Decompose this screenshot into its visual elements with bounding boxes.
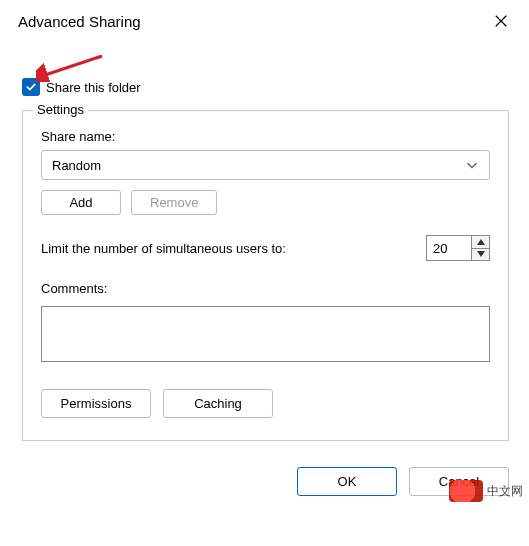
close-button[interactable]: [487, 7, 515, 35]
remove-button: Remove: [131, 190, 217, 215]
titlebar: Advanced Sharing: [0, 0, 529, 42]
chevron-down-icon: [465, 158, 479, 172]
comments-label: Comments:: [41, 281, 490, 296]
spinner-up[interactable]: [472, 236, 489, 249]
share-name-select[interactable]: Random: [41, 150, 490, 180]
close-icon: [494, 14, 508, 28]
add-button[interactable]: Add: [41, 190, 121, 215]
share-folder-checkbox[interactable]: [22, 78, 40, 96]
triangle-down-icon: [477, 251, 485, 257]
cancel-button[interactable]: Cancel: [409, 467, 509, 496]
checkmark-icon: [25, 81, 37, 93]
spinner-buttons: [471, 236, 489, 260]
caching-button[interactable]: Caching: [163, 389, 273, 418]
permissions-button[interactable]: Permissions: [41, 389, 151, 418]
share-folder-label: Share this folder: [46, 80, 141, 95]
comments-textarea[interactable]: [41, 306, 490, 362]
limit-row: Limit the number of simultaneous users t…: [41, 235, 490, 261]
share-folder-row: Share this folder: [22, 78, 509, 96]
settings-legend: Settings: [33, 102, 88, 117]
share-name-label: Share name:: [41, 129, 490, 144]
spinner-down[interactable]: [472, 249, 489, 261]
settings-group: Settings Share name: Random Add Remove L…: [22, 110, 509, 441]
share-name-buttons: Add Remove: [41, 190, 490, 215]
dialog-content: Share this folder Settings Share name: R…: [0, 42, 529, 441]
dialog-title: Advanced Sharing: [18, 13, 141, 30]
share-name-value: Random: [52, 158, 101, 173]
limit-input[interactable]: [427, 236, 471, 260]
limit-label: Limit the number of simultaneous users t…: [41, 241, 286, 256]
permissions-row: Permissions Caching: [41, 389, 490, 418]
limit-spinner[interactable]: [426, 235, 490, 261]
ok-button[interactable]: OK: [297, 467, 397, 496]
dialog-footer: OK Cancel: [0, 467, 529, 514]
triangle-up-icon: [477, 239, 485, 245]
